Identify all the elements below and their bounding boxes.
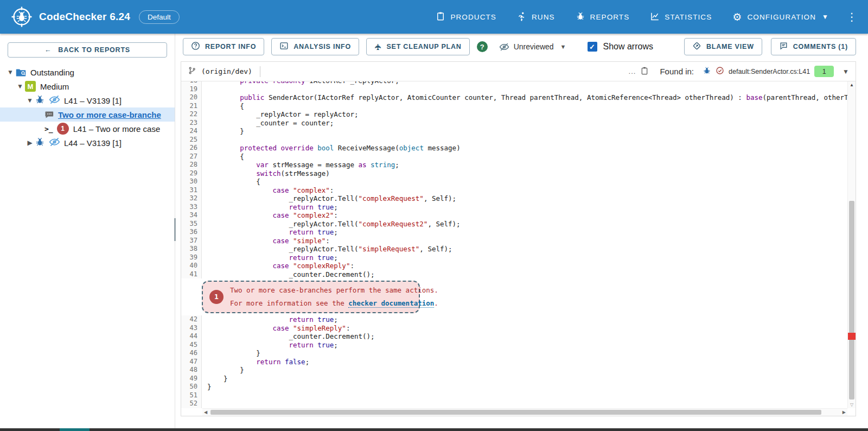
nav-menu: PRODUCTSRUNSREPORTSSTATISTICS⚙CONFIGURAT…: [436, 11, 829, 23]
code-line-21: 21 {: [181, 102, 847, 111]
tree-item-report-step-l41[interactable]: >_1L41 – Two or more case: [0, 122, 175, 136]
scroll-up-icon[interactable]: ▲: [848, 83, 856, 87]
report-info-button[interactable]: REPORT INFO: [183, 38, 264, 55]
line-content: private readonly IActorRef _replyActor;: [202, 81, 399, 85]
line-number: 43: [181, 324, 202, 333]
bug-icon: [35, 137, 45, 149]
line-number: 30: [181, 178, 202, 186]
code-line-20: 20 public SenderActor(IActorRef replyAct…: [181, 93, 847, 102]
nav-item-label: CONFIGURATION: [747, 13, 816, 21]
analysis-info-button[interactable]: ANALYSIS INFO: [271, 38, 359, 55]
code-editor[interactable]: 18 private readonly IActorRef _replyActo…: [181, 81, 847, 408]
overflow-menu-icon[interactable]: ⋮: [846, 11, 857, 22]
tree-item-label: L41 – Two or more case: [73, 124, 161, 134]
comments-button[interactable]: COMMENTS (1): [771, 38, 856, 55]
show-arrows-label: Show arrows: [603, 42, 653, 52]
commit-ellipsis[interactable]: ...: [629, 67, 636, 75]
scroll-down-icon[interactable]: ▽: [848, 403, 856, 407]
code-line-48: 48 }: [181, 366, 847, 375]
set-cleanup-plan-label: SET CLEANUP PLAN: [386, 43, 461, 50]
set-cleanup-plan-button[interactable]: ✈ SET CLEANUP PLAN: [366, 38, 470, 55]
code-line-32: 32 _replyActor.Tell("complexRequest", Se…: [181, 194, 847, 203]
copy-icon[interactable]: [640, 66, 649, 77]
tree-item-report-message[interactable]: Two or more case-branche: [0, 107, 175, 122]
tree-item-label: L41 – V3139 [1]: [64, 96, 122, 105]
nav-item-statistics[interactable]: STATISTICS: [650, 11, 712, 23]
line-number: 42: [181, 315, 202, 324]
sidebar-resize-handle[interactable]: [175, 34, 175, 428]
review-status-select[interactable]: Unreviewed ▼: [499, 42, 566, 52]
found-in-count-badge: 1: [814, 66, 834, 77]
code-line-33: 33 return true;: [181, 203, 847, 212]
scroll-left-icon[interactable]: ◀: [204, 410, 207, 415]
product-chip[interactable]: Default: [139, 10, 180, 24]
line-content: }: [202, 366, 244, 375]
show-arrows-toggle[interactable]: ✓ Show arrows: [588, 42, 653, 52]
header-separator: [260, 66, 260, 77]
found-in-file[interactable]: default:SenderActor.cs:L41: [729, 68, 810, 75]
expander-right-icon[interactable]: ▶: [25, 139, 35, 147]
line-content: {: [202, 102, 244, 111]
tree-item-label: Outstanding: [30, 68, 74, 77]
window-bottom-edge: [0, 428, 868, 431]
line-content: switch(strMessage): [202, 169, 330, 178]
line-content: return true;: [202, 315, 338, 324]
tree-item-outstanding[interactable]: ▼Outstanding: [0, 65, 175, 79]
expander-down-icon[interactable]: ▼: [5, 68, 15, 76]
nav-item-label: RUNS: [532, 13, 555, 21]
line-content: }: [202, 383, 212, 391]
code-line-46: 46 }: [181, 349, 847, 358]
scroll-right-icon[interactable]: ▶: [843, 410, 846, 415]
line-content: var strMessage = message as string;: [202, 161, 399, 169]
horizontal-scrollbar[interactable]: ◀ ▶: [202, 408, 847, 416]
line-number: 45: [181, 341, 202, 350]
line-content: {: [202, 153, 244, 161]
line-number: 35: [181, 220, 202, 229]
code-line-34: 34 case "complex2":: [181, 211, 847, 220]
line-number: 40: [181, 262, 202, 270]
chevron-down-icon[interactable]: ▼: [843, 68, 849, 75]
branch-indicator: (origin/dev): [188, 66, 252, 77]
tree-item-severity-medium[interactable]: ▼MMedium: [0, 79, 175, 93]
file-header: (origin/dev) ... Found in:: [181, 62, 856, 81]
sidebar: ← BACK TO REPORTS ▼Outstanding▼MMedium▼L…: [0, 34, 175, 428]
code-line-44: 44 _counter.Decrement();: [181, 332, 847, 341]
nav-item-runs[interactable]: RUNS: [517, 11, 555, 23]
nav-item-label: STATISTICS: [665, 13, 712, 21]
line-content: _counter = counter;: [202, 119, 334, 128]
expander-down-icon[interactable]: ▼: [15, 83, 25, 90]
horizontal-scroll-thumb[interactable]: [210, 410, 821, 415]
bug-icon: [703, 66, 711, 77]
code-line-35: 35 _replyActor.Tell("complexRequest2", S…: [181, 220, 847, 229]
vertical-scroll-thumb[interactable]: [849, 201, 854, 400]
content-area: ← BACK TO REPORTS ▼Outstanding▼MMedium▼L…: [0, 34, 868, 428]
nav-item-reports[interactable]: REPORTS: [576, 11, 630, 23]
terminal-icon: >_: [44, 125, 53, 133]
tree-item-report-l44-v3139[interactable]: ▶L44 – V3139 [1]: [0, 136, 175, 150]
line-number: 38: [181, 245, 202, 253]
show-arrows-checkbox[interactable]: ✓: [588, 42, 597, 52]
report-message-doc-line: For more information see the checker doc…: [230, 299, 412, 307]
vertical-scrollbar[interactable]: ▲ ▽: [847, 81, 856, 408]
expander-down-icon[interactable]: ▼: [25, 97, 35, 104]
line-content: return true;: [202, 341, 338, 350]
code-line-45: 45 return true;: [181, 341, 847, 350]
nav-item-products[interactable]: PRODUCTS: [436, 11, 496, 23]
line-number: 27: [181, 153, 202, 161]
nav-item-configuration[interactable]: ⚙CONFIGURATION▼: [732, 12, 829, 22]
comments-icon: [779, 41, 788, 52]
code-line-24: 24 }: [181, 127, 847, 136]
code-line-22: 22 _replyActor = replyActor;: [181, 110, 847, 119]
bug-icon: [35, 94, 45, 106]
review-status-help-icon[interactable]: ?: [477, 41, 488, 52]
blame-view-label: BLAME VIEW: [706, 43, 754, 50]
back-to-reports-button[interactable]: ← BACK TO REPORTS: [8, 42, 167, 58]
line-content: [202, 136, 207, 144]
blame-view-button[interactable]: BLAME VIEW: [684, 38, 762, 55]
code-line-30: 30 {: [181, 178, 847, 186]
tree-item-report-l41-v3139[interactable]: ▼L41 – V3139 [1]: [0, 93, 175, 107]
line-number: 51: [181, 391, 202, 400]
tree-item-label: L44 – V3139 [1]: [64, 138, 122, 148]
checker-documentation-link[interactable]: checker documentation: [348, 299, 434, 308]
code-line-38: 38 _replyActor.Tell("simpleRequest", Sel…: [181, 245, 847, 253]
